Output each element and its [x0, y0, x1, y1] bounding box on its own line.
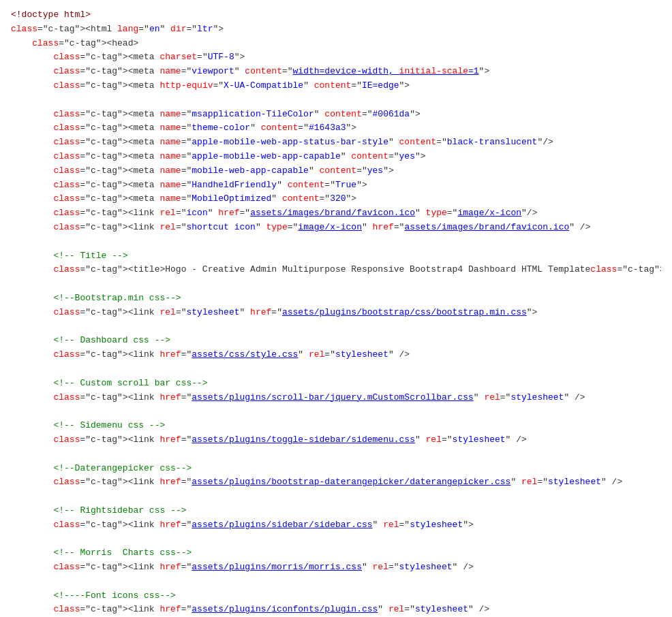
code-line-4: class="c-tag"><meta charset="UTF-8"> [11, 50, 661, 65]
code-line-10: class="c-tag"><meta name="apple-mobile-w… [11, 136, 661, 150]
code-line-31: class="c-tag"><link href="assets/plugins… [11, 433, 661, 447]
code-line-9: class="c-tag"><meta name="theme-color" c… [11, 121, 661, 136]
code-line-42: <!----Font icons css--> [11, 589, 661, 603]
code-line-29 [11, 405, 661, 419]
code-line-13: class="c-tag"><meta name="HandheldFriend… [11, 178, 661, 193]
code-line-6: class="c-tag"><meta http-equiv="X-UA-Com… [11, 79, 661, 93]
code-line-26 [11, 362, 661, 377]
code-line-2: class="c-tag"><html lang="en" dir="ltr"> [11, 22, 661, 37]
code-line-41 [11, 575, 661, 589]
code-line-15: class="c-tag"><link rel="icon" href="ass… [11, 206, 661, 221]
code-container: <!doctype html>class="c-tag"><html lang=… [11, 8, 661, 617]
code-line-5: class="c-tag"><meta name="viewport" cont… [11, 65, 661, 79]
code-line-43: class="c-tag"><link href="assets/plugins… [11, 603, 661, 617]
code-line-1: <!doctype html> [11, 8, 661, 22]
code-line-38 [11, 532, 661, 546]
code-line-3: class="c-tag"><head> [11, 37, 661, 51]
code-line-33: <!--Daterangepicker css--> [11, 462, 661, 476]
code-line-28: class="c-tag"><link href="assets/plugins… [11, 391, 661, 405]
code-line-24: <!-- Dashboard css --> [11, 334, 661, 348]
code-line-14: class="c-tag"><meta name="MobileOptimize… [11, 192, 661, 206]
code-line-32 [11, 447, 661, 462]
code-line-25: class="c-tag"><link href="assets/css/sty… [11, 348, 661, 362]
code-line-22: class="c-tag"><link rel="stylesheet" hre… [11, 306, 661, 320]
code-line-21: <!--Bootstrap.min css--> [11, 291, 661, 306]
code-line-12: class="c-tag"><meta name="mobile-web-app… [11, 164, 661, 178]
code-line-11: class="c-tag"><meta name="apple-mobile-w… [11, 150, 661, 164]
code-line-23 [11, 320, 661, 334]
code-line-39: <!-- Morris Charts css--> [11, 546, 661, 560]
code-line-34: class="c-tag"><link href="assets/plugins… [11, 475, 661, 490]
code-line-19: class="c-tag"><title>Hogo - Creative Adm… [11, 263, 661, 277]
code-line-7 [11, 93, 661, 108]
code-line-30: <!-- Sidemenu css --> [11, 419, 661, 433]
code-line-18: <!-- Title --> [11, 249, 661, 264]
code-line-35 [11, 490, 661, 504]
code-line-20 [11, 277, 661, 291]
code-line-16: class="c-tag"><link rel="shortcut icon" … [11, 221, 661, 235]
code-line-36: <!-- Rightsidebar css --> [11, 504, 661, 518]
code-line-37: class="c-tag"><link href="assets/plugins… [11, 518, 661, 533]
code-line-27: <!-- Custom scroll bar css--> [11, 377, 661, 391]
code-line-40: class="c-tag"><link href="assets/plugins… [11, 560, 661, 575]
code-line-17 [11, 235, 661, 249]
code-line-8: class="c-tag"><meta name="msapplication-… [11, 108, 661, 122]
